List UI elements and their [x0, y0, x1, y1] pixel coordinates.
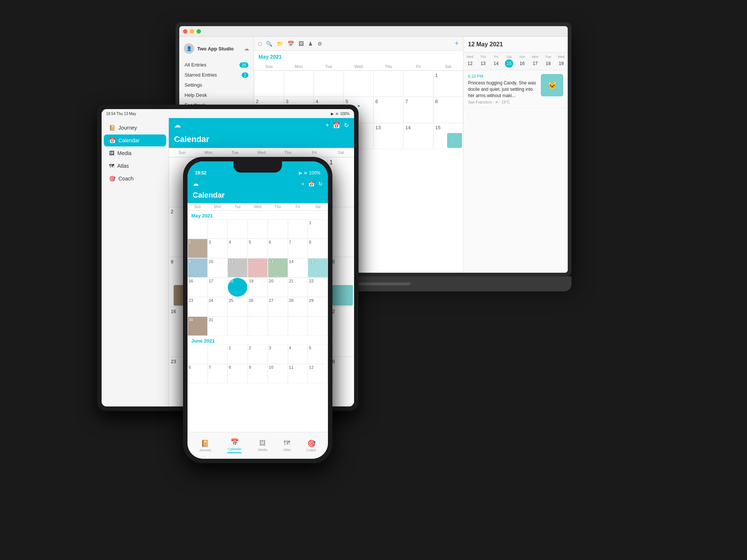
tablet-nav-media[interactable]: 🖼 Media	[104, 147, 166, 159]
tablet-nav-calendar[interactable]: 📅 Calendar	[104, 134, 166, 146]
diary-entry[interactable]: 6:10 PM Princess hugging Candy. She was …	[464, 70, 568, 108]
sidebar-item-help-desk[interactable]: Help Desk	[179, 90, 254, 100]
p-may-empty1[interactable]	[227, 316, 248, 336]
p-may-17[interactable]: 17	[208, 278, 228, 297]
p-may-29[interactable]: 29	[308, 297, 328, 316]
p-may-11[interactable]: 11	[227, 258, 248, 278]
p-empty1[interactable]	[187, 219, 208, 239]
p-may-13[interactable]: 13	[268, 258, 288, 278]
phone-tab-journey[interactable]: 📔 Journey	[199, 439, 211, 452]
p-jun-6[interactable]: 6	[187, 364, 208, 383]
p-may-5[interactable]: 5	[248, 239, 268, 258]
p-jun-7[interactable]: 7	[208, 364, 228, 383]
cal-day-empty-6[interactable]	[403, 71, 433, 97]
p-jun-12[interactable]: 12	[308, 364, 328, 383]
p-may-30[interactable]: 30	[187, 316, 208, 336]
cal-day-14[interactable]: 14	[403, 123, 433, 149]
p-may-14[interactable]: 14	[288, 258, 308, 278]
phone-calendar-content[interactable]: May 2021 1 2 3 4 5 6 7 8 9 10	[187, 211, 328, 432]
cal-day-empty-3[interactable]	[314, 71, 344, 97]
p-empty4[interactable]	[248, 219, 268, 239]
phone-add-icon[interactable]: +	[301, 181, 304, 187]
cal-day-7[interactable]: 7	[403, 97, 433, 123]
p-may-6[interactable]: 6	[268, 239, 288, 258]
map-icon[interactable]: ♟	[308, 41, 313, 47]
sidebar-toggle-icon[interactable]: □	[258, 41, 261, 47]
p-may-9[interactable]: 9	[187, 258, 208, 278]
tablet-nav-coach[interactable]: 🎯 Coach	[104, 173, 166, 185]
week-day-15[interactable]: Sat 15	[505, 55, 513, 68]
p-may-empty2[interactable]	[248, 316, 268, 336]
p-may-15[interactable]: 15	[308, 258, 328, 278]
folder-icon[interactable]: 📁	[277, 41, 283, 47]
p-may-23[interactable]: 23	[187, 297, 208, 316]
cal-day-1[interactable]: 1	[433, 71, 463, 97]
p-jun-11[interactable]: 11	[288, 364, 308, 383]
p-may-empty5[interactable]	[308, 316, 328, 336]
cal-day-empty-2[interactable]	[284, 71, 314, 97]
p-jun-10[interactable]: 10	[268, 364, 288, 383]
p-empty5[interactable]	[268, 219, 288, 239]
p-may-2[interactable]: 2	[187, 239, 208, 258]
calendar-icon[interactable]: 📅	[288, 41, 294, 47]
p-may-1[interactable]: 1	[308, 219, 328, 239]
phone-tab-atlas[interactable]: 🗺 Atlas	[283, 439, 291, 452]
p-may-25[interactable]: 25	[227, 297, 248, 316]
p-may-22[interactable]: 22	[308, 278, 328, 297]
p-may-empty4[interactable]	[288, 316, 308, 336]
p-empty2[interactable]	[208, 219, 228, 239]
p-jun-4[interactable]: 4	[288, 344, 308, 364]
cal-day-15[interactable]: 15	[433, 123, 463, 149]
tablet-nav-journey[interactable]: 📔 Journey	[104, 122, 166, 134]
p-jun-5[interactable]: 5	[308, 344, 328, 364]
phone-sync-icon[interactable]: ↻	[318, 181, 323, 187]
minimize-button[interactable]	[190, 29, 194, 34]
cal-day-empty-1[interactable]	[254, 71, 284, 97]
p-empty6[interactable]	[288, 219, 308, 239]
phone-tab-calendar[interactable]: 📅 Calendar	[227, 438, 242, 453]
sidebar-item-settings[interactable]: Settings	[179, 80, 254, 90]
phone-tab-coach[interactable]: 🎯 Coach	[307, 439, 316, 452]
phone-tab-media[interactable]: 🖼 Media	[258, 439, 267, 452]
p-jun-9[interactable]: 9	[248, 364, 268, 383]
p-may-10[interactable]: 10	[208, 258, 228, 278]
settings-icon[interactable]: ⚙	[317, 41, 322, 47]
p-jun-2[interactable]: 2	[248, 344, 268, 364]
tablet-nav-atlas[interactable]: 🗺 Atlas	[104, 160, 166, 172]
p-may-3[interactable]: 3	[208, 239, 228, 258]
p-jun-1[interactable]: 1	[227, 344, 248, 364]
cal-day-8[interactable]: 8	[433, 97, 463, 123]
sidebar-item-all-entries[interactable]: All Entries 28	[179, 60, 254, 70]
cal-day-empty-4[interactable]	[344, 71, 374, 97]
p-empty3[interactable]	[227, 219, 248, 239]
cal-day-6[interactable]: 6	[374, 97, 403, 123]
p-may-7[interactable]: 7	[288, 239, 308, 258]
cloud-sync-icon[interactable]: ☁	[244, 46, 249, 52]
p-may-27[interactable]: 27	[268, 297, 288, 316]
sidebar-item-starred-entries[interactable]: Starred Entries 2	[179, 70, 254, 80]
p-may-31[interactable]: 31	[208, 316, 228, 336]
p-may-8[interactable]: 8	[308, 239, 328, 258]
p-may-24[interactable]: 24	[208, 297, 228, 316]
p-jun-empty2[interactable]	[208, 344, 228, 364]
p-jun-8[interactable]: 8	[227, 364, 248, 383]
p-may-16[interactable]: 16	[187, 278, 208, 297]
maximize-button[interactable]	[196, 29, 201, 34]
tablet-add-icon[interactable]: +	[326, 122, 329, 129]
p-may-26[interactable]: 26	[248, 297, 268, 316]
p-may-20[interactable]: 20	[268, 278, 288, 297]
p-may-19[interactable]: 19	[248, 278, 268, 297]
tablet-sync-icon[interactable]: ↻	[344, 122, 349, 129]
p-may-empty3[interactable]	[268, 316, 288, 336]
p-jun-empty1[interactable]	[187, 344, 208, 364]
phone-cal-icon[interactable]: 📅	[308, 181, 314, 187]
cal-day-empty-5[interactable]	[374, 71, 403, 97]
p-jun-3[interactable]: 3	[268, 344, 288, 364]
p-may-4[interactable]: 4	[227, 239, 248, 258]
tablet-cal-icon[interactable]: 📅	[333, 122, 340, 129]
cal-day-13[interactable]: 13	[374, 123, 403, 149]
p-may-28[interactable]: 28	[288, 297, 308, 316]
media-icon[interactable]: 🖼	[298, 41, 304, 47]
p-may-21[interactable]: 21	[288, 278, 308, 297]
search-icon[interactable]: 🔍	[266, 41, 272, 47]
